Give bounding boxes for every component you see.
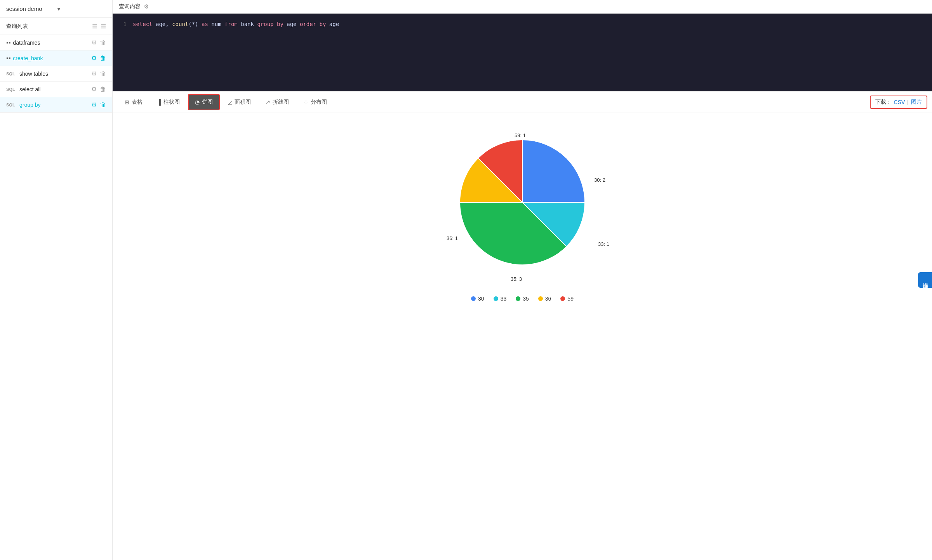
table-icon: ⊞ [125,99,129,105]
tab-scatter[interactable]: ⁘ 分布图 [297,94,334,110]
code-sql: select age, count(*) as num from bank gr… [133,20,339,28]
kw-age3: age [329,21,339,27]
list-icon-2[interactable]: ☰ [101,23,106,30]
legend-dot-36 [538,296,543,301]
legend-item-59: 59 [560,296,574,302]
img-download-link[interactable]: 图片 [911,99,922,106]
tab-bar-label: 柱状图 [163,99,180,106]
scatter-icon: ⁘ [304,99,308,105]
delete-icon-create-bank[interactable]: 🗑 [100,55,106,62]
float-consult-button[interactable]: 咨询建议 [918,272,932,288]
kw-group: group [257,21,277,27]
legend-label-59: 59 [567,296,574,302]
delete-icon-select-all[interactable]: 🗑 [100,86,106,93]
stack-icon: ▪▪ [6,39,10,46]
tab-area[interactable]: ◿ 面积图 [221,94,257,110]
legend-dot-35 [516,296,520,301]
tabs-bar: ⊞ 表格 ▐ 柱状图 ◔ 饼图 ◿ 面积图 ↗ 折线图 ⁘ 分布图 下载： CS… [113,91,932,113]
legend-dot-30 [471,296,476,301]
legend-dot-59 [560,296,565,301]
session-selector[interactable]: session demo ▼ [0,0,112,18]
download-label: 下载： [875,99,892,106]
label-30: 30: 2 [594,177,605,183]
kw-paren: (*) [188,21,202,27]
label-33: 33: 1 [598,241,609,247]
sidebar-item-create-bank[interactable]: ▪▪ create_bank ⚙ 🗑 [0,50,112,66]
sidebar-item-show-tables[interactable]: SQL show tables ⚙ 🗑 [0,66,112,82]
chevron-down-icon: ▼ [56,6,106,12]
code-line-1: 1 select age, count(*) as num from bank … [119,20,926,28]
sidebar-item-group-by[interactable]: SQL group by ⚙ 🗑 [0,97,112,113]
kw-by: by [277,21,287,27]
list-icon-1[interactable]: ☰ [92,23,97,30]
kw-as: as [202,21,211,27]
area-icon: ◿ [228,99,232,105]
gear-icon-dataframes[interactable]: ⚙ [91,39,97,46]
kw-count: count [172,21,188,27]
sidebar-item-select-all[interactable]: SQL select all ⚙ 🗑 [0,82,112,97]
query-list-title: 查询列表 [6,23,92,30]
sql-prefix-3: SQL [6,103,17,107]
sidebar-item-dataframes[interactable]: ▪▪ dataframes ⚙ 🗑 [0,35,112,50]
tab-pie-label: 饼图 [202,99,213,106]
gear-icon-show-tables[interactable]: ⚙ [91,70,97,77]
kw-by2: by [320,21,329,27]
legend-item-30: 30 [471,296,484,302]
label-35: 35: 3 [511,276,522,282]
kw-bank: bank [241,21,257,27]
code-editor-header: 查询内容 ⚙ [113,0,932,14]
label-36: 36: 1 [447,235,458,241]
gear-icon-create-bank[interactable]: ⚙ [91,54,97,62]
item-label-create-bank: create_bank [13,55,91,61]
tab-pie[interactable]: ◔ 饼图 [188,94,220,110]
legend-label-30: 30 [478,296,484,302]
legend-item-35: 35 [516,296,529,302]
pie-slice-30 [522,140,584,202]
header-icons: ☰ ☰ [92,23,106,30]
line-icon: ↗ [266,99,270,105]
legend-item-36: 36 [538,296,551,302]
item-label-show-tables: show tables [19,71,91,77]
bar-icon: ▐ [157,99,161,105]
legend-label-35: 35 [523,296,529,302]
delete-icon-show-tables[interactable]: 🗑 [100,70,106,77]
gear-icon-select-all[interactable]: ⚙ [91,85,97,93]
legend-label-33: 33 [501,296,507,302]
kw-num: num [211,21,224,27]
delete-icon-dataframes[interactable]: 🗑 [100,39,106,46]
query-list-header: 查询列表 ☰ ☰ [0,18,112,35]
kw-age: age, [156,21,172,27]
csv-download-link[interactable]: CSV [894,99,905,105]
code-editor[interactable]: 1 select age, count(*) as num from bank … [113,14,932,91]
kw-from: from [224,21,241,27]
legend-item-33: 33 [494,296,507,302]
item-label-group-by: group by [19,102,91,108]
item-label-dataframes: dataframes [13,40,91,46]
pie-icon: ◔ [195,99,200,105]
tab-scatter-label: 分布图 [311,99,327,106]
delete-icon-group-by[interactable]: 🗑 [100,101,106,108]
sidebar: session demo ▼ 查询列表 ☰ ☰ ▪▪ dataframes ⚙ … [0,0,113,560]
kw-select: select [133,21,156,27]
chart-area: 30: 2 33: 1 35: 3 36: 1 59: 1 30 33 35 3… [113,113,932,560]
gear-icon-group-by[interactable]: ⚙ [91,101,97,108]
code-settings-icon[interactable]: ⚙ [144,3,149,10]
item-actions-select-all: ⚙ 🗑 [91,85,106,93]
legend-dot-33 [494,296,498,301]
line-number: 1 [119,20,127,28]
tab-table[interactable]: ⊞ 表格 [118,94,149,110]
download-area: 下载： CSV | 图片 [870,96,927,109]
sql-prefix-2: SQL [6,87,17,92]
session-label: session demo [6,5,56,12]
chart-legend: 30 33 35 36 59 [471,296,574,302]
download-separator: | [907,99,909,105]
tab-line[interactable]: ↗ 折线图 [259,94,296,110]
tab-bar[interactable]: ▐ 柱状图 [151,94,186,110]
item-actions-show-tables: ⚙ 🗑 [91,70,106,77]
item-actions-dataframes: ⚙ 🗑 [91,39,106,46]
tab-line-label: 折线图 [273,99,289,106]
kw-order: order [300,21,320,27]
legend-label-36: 36 [545,296,551,302]
pie-chart-svg [456,136,588,268]
item-actions-create-bank: ⚙ 🗑 [91,54,106,62]
